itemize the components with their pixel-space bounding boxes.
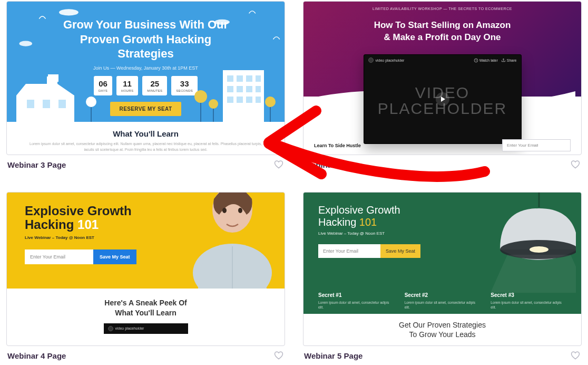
favorite-icon[interactable]	[273, 350, 284, 361]
video-placeholder[interactable]: video placeholder	[104, 323, 188, 334]
secrets-row: Secret #1Lorem ipsum dolor sit amet, con…	[318, 292, 565, 310]
announcement-bar: LIMITED AVAILABILITY WORKSHOP — THE SECR…	[303, 7, 581, 11]
favorite-icon[interactable]	[570, 159, 581, 170]
save-seat-button[interactable]: Save My Seat	[380, 244, 420, 258]
hero-banner: Grow Your Business With Our Proven Growt…	[7, 2, 285, 122]
video-placeholder[interactable]: video placeholder Watch later Share VIDE…	[364, 54, 522, 144]
svg-point-33	[238, 208, 242, 213]
svg-point-36	[530, 246, 548, 253]
section-label: Learn To Side Hustle	[314, 143, 361, 148]
template-title: Webinar 5 Page	[304, 351, 362, 360]
template-card: LIMITED AVAILABILITY WORKSHOP — THE SECR…	[303, 1, 582, 170]
svg-point-2	[19, 41, 32, 46]
favorite-icon[interactable]	[570, 350, 581, 361]
svg-marker-37	[481, 255, 576, 293]
favorite-icon[interactable]	[273, 159, 284, 170]
template-thumbnail-webinar-2[interactable]: LIMITED AVAILABILITY WORKSHOP — THE SECR…	[303, 1, 582, 155]
learn-section: What You'll Learn Lorem ipsum dolor sit …	[7, 122, 285, 155]
below-heading: Get Our Proven StrategiesTo Grow Your Le…	[303, 314, 581, 342]
learn-section: Here's A Sneak Peek OfWhat You'll Learn …	[7, 289, 285, 337]
template-thumbnail-webinar-4[interactable]: Explosive Growth Hacking 101 Live Webina…	[6, 192, 285, 346]
watch-later-button[interactable]: Watch later	[474, 58, 498, 63]
hero-headline: Grow Your Business With Our Proven Growt…	[51, 17, 241, 61]
video-label: video placeholder	[376, 59, 405, 62]
hero-headline: How To Start Selling on Amazon & Make a …	[358, 20, 527, 44]
svg-point-0	[59, 9, 79, 15]
template-thumbnail-webinar-3[interactable]: Grow Your Business With Our Proven Growt…	[6, 1, 285, 155]
lamp-illustration	[465, 193, 576, 293]
play-icon[interactable]	[436, 92, 449, 106]
secret-3: Secret #3Lorem ipsum dolor sit amet, con…	[491, 292, 565, 310]
learn-text: Lorem ipsum dolor sit amet, consectetur …	[28, 141, 263, 152]
hero-subline: Join Us — Wednesday, January 30th at 1PM…	[7, 65, 285, 71]
learn-heading: Here's A Sneak Peek OfWhat You'll Learn	[28, 298, 263, 318]
template-thumbnail-webinar-5[interactable]: Explosive Growth Hacking 101 Live Webina…	[303, 192, 582, 346]
template-card: Explosive Growth Hacking 101 Live Webina…	[6, 192, 285, 361]
countdown-minutes: 25MINUTES	[142, 76, 167, 95]
email-input[interactable]: Enter Your Email	[25, 249, 93, 264]
avatar-icon	[108, 326, 113, 331]
countdown-timer: 06DAYS 11HOURS 25MINUTES 33SECONDS	[7, 76, 285, 95]
video-label: video placeholder	[115, 326, 144, 330]
secret-1: Secret #1Lorem ipsum dolor sit amet, con…	[318, 292, 393, 310]
template-title: Webinar 4 Page	[7, 351, 66, 360]
save-seat-button[interactable]: Save My Seat	[93, 249, 136, 264]
template-grid: Grow Your Business With Our Proven Growt…	[0, 0, 588, 362]
reserve-seat-button[interactable]: RESERVE MY SEAT	[110, 102, 182, 116]
svg-point-32	[222, 208, 227, 213]
template-card: Grow Your Business With Our Proven Growt…	[6, 1, 285, 170]
hero-banner: Explosive Growth Hacking 101 Live Webina…	[7, 193, 285, 289]
countdown-seconds: 33SECONDS	[171, 76, 198, 95]
avatar-icon	[368, 57, 374, 63]
hero-banner: Explosive Growth Hacking 101 Live Webina…	[303, 193, 581, 314]
email-input[interactable]: Enter Your Email	[318, 244, 380, 258]
share-button[interactable]: Share	[501, 58, 517, 63]
person-illustration	[182, 193, 277, 289]
countdown-hours: 11HOURS	[116, 76, 138, 95]
secret-2: Secret #2Lorem ipsum dolor sit amet, con…	[405, 292, 479, 310]
countdown-days: 06DAYS	[94, 76, 112, 95]
template-card: Explosive Growth Hacking 101 Live Webina…	[303, 192, 582, 361]
learn-heading: What You'll Learn	[28, 129, 263, 138]
template-title: Webinar 2 Page	[304, 160, 362, 169]
email-input[interactable]: Enter Your Email	[502, 139, 571, 151]
template-title: Webinar 3 Page	[7, 160, 66, 169]
